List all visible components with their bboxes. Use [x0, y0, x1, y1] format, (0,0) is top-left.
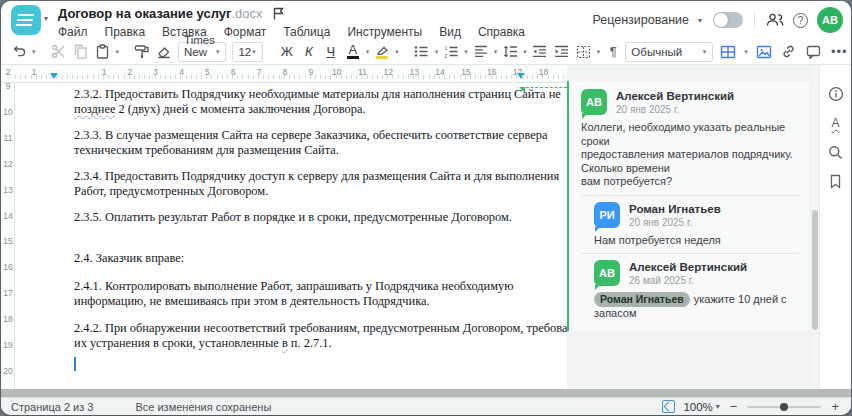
font-color-caret-icon[interactable]: ▾ — [366, 48, 370, 56]
line-spacing-caret-icon[interactable]: ▾ — [523, 48, 527, 56]
review-caret-icon[interactable]: ▾ — [698, 16, 702, 25]
font-size-select[interactable]: 12 ▾ — [232, 42, 262, 62]
page-indicator[interactable]: Страница 2 из 3 — [11, 401, 93, 413]
comment-divider — [581, 253, 799, 254]
ruler-number: 13 — [1, 185, 15, 195]
ruler-number: 2 — [6, 67, 11, 77]
menu-item[interactable]: Формат — [224, 25, 267, 39]
ruler-number: 15 — [461, 67, 470, 77]
underline-label: Ч — [326, 44, 335, 59]
align-button[interactable] — [471, 41, 491, 63]
nonprinting-chars-button[interactable]: ¶ — [603, 41, 623, 63]
comment-author-avatar: АВ — [594, 260, 620, 286]
document-page[interactable]: 2.3.2. Предоставить Подрядчику необходим… — [15, 83, 567, 389]
paste-button[interactable] — [93, 41, 113, 63]
ruler-number: 19 — [1, 340, 15, 350]
highlight-button[interactable] — [372, 41, 392, 63]
font-color-button[interactable]: А — [343, 41, 363, 63]
ruler-number: 7 — [257, 67, 262, 77]
cut-button[interactable] — [49, 41, 69, 63]
scrollbar-thumb[interactable] — [812, 210, 818, 330]
horizontal-ruler: 21123456789101112131415161718 — [1, 65, 567, 83]
numbered-list-button[interactable]: 12 — [441, 41, 461, 63]
highlight-caret-icon[interactable]: ▾ — [395, 48, 399, 56]
bookmark-icon[interactable] — [827, 172, 845, 190]
header-right: Рецензирование ▾ ? АВ — [592, 1, 843, 39]
canvas-bottom-strip — [1, 389, 851, 397]
collaboration-icon[interactable] — [766, 11, 784, 29]
underline-button[interactable]: Ч — [321, 41, 341, 63]
ruler-number: 17 — [513, 67, 522, 77]
borders-caret-icon[interactable]: ▾ — [597, 48, 601, 56]
ruler-number: 10 — [1, 107, 15, 117]
document-text: 2.3.2. Предоставить Подрядчику необходим… — [74, 87, 579, 371]
insert-image-button[interactable] — [754, 41, 774, 63]
undo-button[interactable] — [9, 41, 29, 63]
paste-caret-icon[interactable]: ▾ — [116, 48, 120, 56]
zoom-caret-icon: ▾ — [716, 402, 720, 411]
numbered-list-caret-icon[interactable]: ▾ — [464, 48, 468, 56]
review-mode-label[interactable]: Рецензирование — [592, 13, 689, 27]
header-divider — [754, 11, 755, 29]
ruler-number: 14 — [435, 67, 444, 77]
ruler-number: 20 — [1, 366, 15, 376]
font-name-select[interactable]: Times New ... ▾ — [178, 42, 226, 62]
insert-table-button[interactable] — [718, 41, 738, 63]
insert-comment-button[interactable] — [804, 41, 824, 63]
menu-item[interactable]: Инструменты — [347, 25, 422, 39]
bullet-list-caret-icon[interactable]: ▾ — [435, 48, 439, 56]
zoom-slider[interactable] — [747, 406, 821, 408]
indent-marker-left[interactable] — [50, 73, 58, 79]
zoom-controls: 100% ▾ − + — [662, 399, 841, 414]
table-caret-icon[interactable]: ▾ — [744, 48, 748, 56]
ruler-number: 3 — [153, 67, 158, 77]
decrease-indent-button[interactable] — [530, 41, 550, 63]
comment-reply[interactable]: РИРоман Игнатьев20 янв 2025 г.Нам потреб… — [594, 202, 799, 248]
flag-icon[interactable] — [273, 7, 284, 20]
review-toggle[interactable] — [713, 12, 743, 28]
paragraph: 2.3.2. Предоставить Подрядчику необходим… — [74, 87, 579, 117]
more-tools-button[interactable]: ••• — [829, 41, 850, 63]
zoom-level-select[interactable]: 100% ▾ — [683, 401, 719, 413]
ruler-number: 14 — [1, 211, 15, 221]
paragraph-borders-button[interactable] — [574, 41, 594, 63]
logo-caret-icon[interactable]: ▾ — [44, 14, 48, 23]
menu-item[interactable]: Таблица — [283, 25, 330, 39]
comment-text: Роман Игнатьевукажите 10 дней с запасом — [594, 292, 799, 321]
paragraph-style-select[interactable]: Обычный ▾ — [625, 42, 713, 62]
help-icon[interactable]: ? — [793, 13, 808, 28]
spellcheck-icon[interactable]: А — [827, 114, 845, 132]
eraser-button[interactable] — [154, 41, 174, 63]
comment[interactable]: АВАлексей Вертинский20 янв 2025 г.Коллег… — [581, 89, 799, 189]
statusbar: Страница 2 из 3 Все изменения сохранены … — [1, 397, 851, 415]
menu-item[interactable]: Правка — [105, 25, 146, 39]
info-icon[interactable] — [827, 85, 845, 103]
app-logo-icon[interactable] — [11, 5, 41, 35]
insert-link-button[interactable] — [779, 41, 799, 63]
bold-button[interactable]: Ж — [277, 41, 297, 63]
zoom-out-button[interactable]: − — [728, 399, 740, 414]
zoom-in-button[interactable]: + — [829, 399, 841, 414]
comment-author-name: Алексей Вертинский — [629, 261, 747, 273]
increase-indent-button[interactable] — [552, 41, 572, 63]
comments-panel: АВАлексей Вертинский20 янв 2025 г.Коллег… — [567, 65, 811, 389]
comment-thread[interactable]: АВАлексей Вертинский20 янв 2025 г.Коллег… — [567, 81, 809, 331]
align-caret-icon[interactable]: ▾ — [494, 48, 498, 56]
ruler-number: 15 — [1, 236, 15, 246]
style-caret-icon: ▾ — [703, 48, 707, 56]
menu-item[interactable]: Вид — [439, 25, 461, 39]
search-icon[interactable] — [827, 143, 845, 161]
fit-page-icon[interactable] — [662, 400, 675, 413]
undo-caret-icon[interactable]: ▾ — [32, 48, 36, 56]
bullet-list-button[interactable] — [412, 41, 432, 63]
line-spacing-button[interactable] — [500, 41, 520, 63]
comment-reply[interactable]: АВАлексей Вертинский26 май 2025 г.Роман … — [594, 260, 799, 321]
menu-item[interactable]: Справка — [478, 25, 525, 39]
italic-button[interactable]: К — [299, 41, 319, 63]
format-painter-button[interactable] — [132, 41, 152, 63]
user-avatar[interactable]: АВ — [817, 7, 843, 33]
zoom-slider-knob[interactable] — [780, 403, 788, 411]
copy-button[interactable] — [71, 41, 91, 63]
font-color-swatch — [347, 56, 359, 59]
menu-item[interactable]: Файл — [58, 25, 88, 39]
